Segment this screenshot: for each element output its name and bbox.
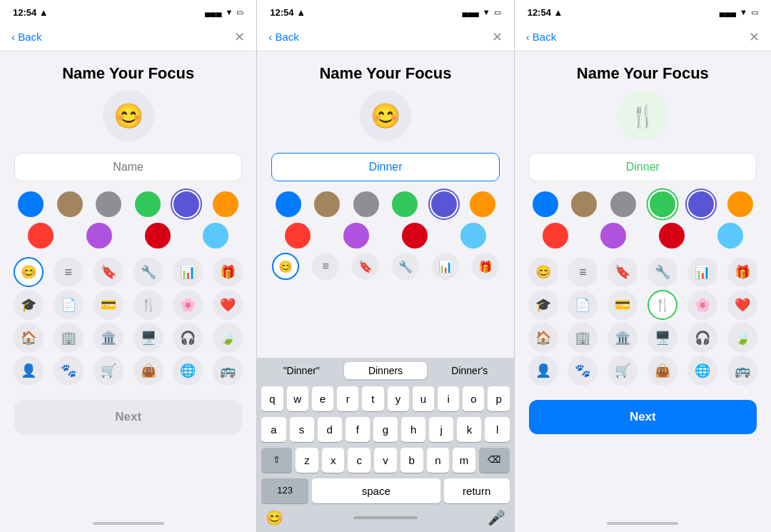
icon-grad-3[interactable]: 🎓	[528, 290, 558, 320]
color-gray-1[interactable]	[96, 191, 121, 217]
icon-bookmark-3[interactable]: 🔖	[608, 257, 638, 287]
icon-chart-1[interactable]: 📊	[173, 257, 203, 287]
key-o[interactable]: o	[463, 386, 484, 411]
color-mauve-1[interactable]	[86, 223, 112, 249]
key-a[interactable]: a	[261, 417, 286, 442]
key-123[interactable]: 123	[261, 478, 308, 503]
icon-bank-3[interactable]: 🏛️	[608, 323, 638, 353]
suggestion-2[interactable]: Dinners	[344, 362, 427, 379]
color-teal-2[interactable]	[460, 223, 486, 249]
key-f[interactable]: f	[346, 417, 370, 442]
color-green-1[interactable]	[135, 191, 161, 217]
icon-bag-3[interactable]: 👜	[647, 356, 677, 386]
color-darkred-2[interactable]	[402, 223, 428, 249]
suggestion-1[interactable]: "Dinner"	[260, 362, 343, 379]
key-k[interactable]: k	[457, 417, 481, 442]
color-blue-3[interactable]	[533, 191, 558, 217]
key-backspace[interactable]: ⌫	[479, 448, 510, 473]
icon-gift-1[interactable]: 🎁	[213, 257, 243, 287]
icon-fork-3[interactable]: 🍴	[647, 290, 677, 320]
key-l[interactable]: l	[485, 417, 509, 442]
key-y[interactable]: y	[388, 386, 409, 411]
color-red-3[interactable]	[543, 223, 568, 249]
close-button-1[interactable]: ✕	[234, 29, 245, 45]
icon-globe-1[interactable]: 🌐	[173, 356, 203, 386]
back-button-3[interactable]: ‹ Back	[526, 31, 557, 43]
color-brown-3[interactable]	[571, 191, 597, 217]
icon-paw-1[interactable]: 🐾	[54, 356, 84, 386]
icon-leaf-1[interactable]: 🍃	[213, 323, 243, 353]
key-return[interactable]: return	[444, 478, 510, 503]
focus-icon-1[interactable]: 😊	[103, 90, 154, 141]
emoji-key[interactable]: 😊	[266, 509, 283, 526]
icon-bookmark-1[interactable]: 🔖	[94, 257, 124, 287]
icon-bus-3[interactable]: 🚌	[727, 356, 757, 386]
name-input-1[interactable]	[14, 153, 242, 181]
key-x[interactable]: x	[322, 448, 345, 473]
icon-fork-1[interactable]: 🍴	[133, 290, 163, 320]
icon-bank-1[interactable]: 🏛️	[94, 323, 124, 353]
icon-cart-3[interactable]: 🛒	[608, 356, 638, 386]
icon-card-1[interactable]: 💳	[94, 290, 124, 320]
color-orange-2[interactable]	[470, 191, 495, 217]
icon-bag-1[interactable]: 👜	[133, 356, 163, 386]
icon-monitor-1[interactable]: 🖥️	[133, 323, 163, 353]
key-u[interactable]: u	[413, 386, 434, 411]
icon-grad-1[interactable]: 🎓	[14, 290, 44, 320]
color-gray-3[interactable]	[610, 191, 636, 217]
color-mauve-2[interactable]	[343, 223, 369, 249]
icon-headphone-1[interactable]: 🎧	[173, 323, 203, 353]
key-s[interactable]: s	[290, 417, 314, 442]
icon-chart-2[interactable]: 📊	[432, 253, 459, 280]
key-n[interactable]: n	[427, 448, 450, 473]
name-input-3[interactable]	[529, 153, 757, 181]
icon-paw-3[interactable]: 🐾	[568, 356, 598, 386]
color-darkred-3[interactable]	[659, 223, 685, 249]
key-b[interactable]: b	[400, 448, 423, 473]
color-mauve-3[interactable]	[600, 223, 626, 249]
key-shift[interactable]: ⇧	[261, 448, 292, 473]
key-g[interactable]: g	[373, 417, 398, 442]
key-q[interactable]: q	[261, 386, 283, 411]
focus-icon-3[interactable]: 🍴	[617, 90, 668, 141]
icon-list-1[interactable]: ≡	[54, 257, 84, 287]
key-h[interactable]: h	[401, 417, 425, 442]
key-m[interactable]: m	[453, 448, 475, 473]
icon-person-1[interactable]: 👤	[14, 356, 44, 386]
key-space[interactable]: space	[312, 478, 440, 503]
icon-emoji-3[interactable]: 😊	[528, 257, 558, 287]
icon-leaf-3[interactable]: 🍃	[727, 323, 757, 353]
color-orange-3[interactable]	[727, 191, 753, 217]
icon-person-3[interactable]: 👤	[528, 356, 558, 386]
icon-building-3[interactable]: 🏢	[568, 323, 598, 353]
key-e[interactable]: e	[312, 386, 333, 411]
key-w[interactable]: w	[287, 386, 308, 411]
icon-wrench-3[interactable]: 🔧	[647, 257, 677, 287]
icon-chart-3[interactable]: 📊	[687, 257, 717, 287]
close-button-2[interactable]: ✕	[492, 29, 503, 45]
icon-headphone-3[interactable]: 🎧	[687, 323, 717, 353]
color-teal-3[interactable]	[717, 223, 743, 249]
key-v[interactable]: v	[374, 448, 397, 473]
name-input-2[interactable]	[271, 153, 499, 181]
icon-monitor-3[interactable]: 🖥️	[647, 323, 677, 353]
icon-doc-3[interactable]: 📄	[568, 290, 598, 320]
key-z[interactable]: z	[296, 448, 318, 473]
color-brown-2[interactable]	[314, 191, 340, 217]
icon-globe-3[interactable]: 🌐	[687, 356, 717, 386]
key-i[interactable]: i	[438, 386, 459, 411]
icon-card-3[interactable]: 💳	[608, 290, 638, 320]
color-purple-3[interactable]	[688, 191, 714, 217]
icon-home-1[interactable]: 🏠	[14, 323, 44, 353]
icon-list-3[interactable]: ≡	[568, 257, 598, 287]
key-t[interactable]: t	[362, 386, 383, 411]
back-button-1[interactable]: ‹ Back	[11, 31, 42, 43]
icon-building-1[interactable]: 🏢	[54, 323, 84, 353]
suggestion-3[interactable]: Dinner's	[428, 362, 511, 379]
icon-bus-1[interactable]: 🚌	[213, 356, 243, 386]
icon-bookmark-2[interactable]: 🔖	[352, 253, 379, 280]
icon-flower-1[interactable]: 🌸	[173, 290, 203, 320]
back-button-2[interactable]: ‹ Back	[268, 31, 299, 43]
icon-wrench-2[interactable]: 🔧	[392, 253, 419, 280]
color-teal-1[interactable]	[203, 223, 228, 249]
